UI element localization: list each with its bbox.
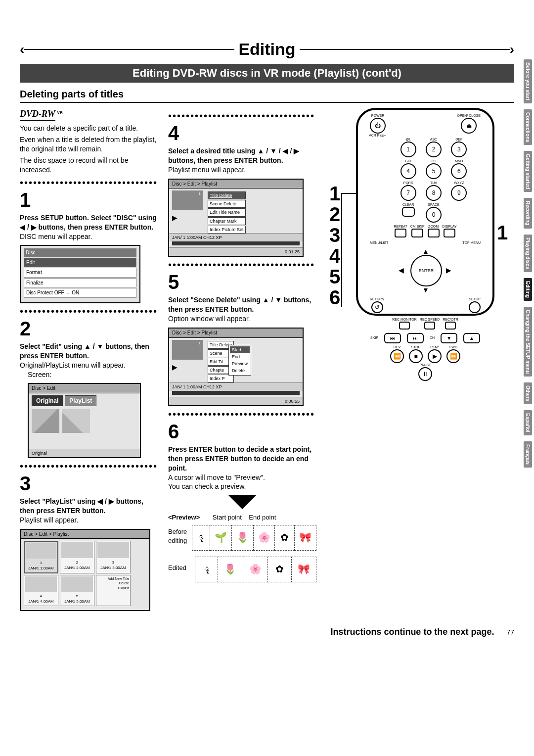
- down-arrow-icon[interactable]: ▼: [422, 285, 429, 295]
- side-tab-recording[interactable]: Recording: [524, 198, 532, 228]
- intro-p3: The disc space to record will not be inc…: [20, 156, 158, 175]
- rec-otr-button[interactable]: [445, 322, 456, 330]
- opt-index-p[interactable]: Index P: [208, 375, 234, 382]
- popup-end[interactable]: End: [230, 353, 250, 360]
- popup-preview[interactable]: Preview: [230, 360, 250, 367]
- opt-scene-delete[interactable]: Scene Delete: [208, 200, 246, 208]
- side-tab-getting-started[interactable]: Getting started: [524, 151, 532, 192]
- scene-delete-title: Disc > Edit > Playlist: [169, 329, 303, 338]
- opt-edit-title-name[interactable]: Edit Title Name: [208, 208, 246, 216]
- side-tab-others[interactable]: Others: [524, 382, 532, 404]
- thumb-addnew[interactable]: Add New Title Delete Playlist: [96, 575, 131, 606]
- popup-delete[interactable]: Delete: [230, 367, 250, 374]
- pause-button[interactable]: ⏸: [418, 367, 432, 381]
- enter-button[interactable]: ENTER: [410, 255, 442, 286]
- left-column: DVD-RW VR You can delete a specific part…: [20, 108, 158, 615]
- return-button[interactable]: ↺: [371, 301, 383, 313]
- footer: Instructions continue to the next page. …: [20, 627, 514, 637]
- scene-delete-screenshot: Disc > Edit > Playlist 1 ▶ Title Delete …: [168, 328, 304, 406]
- thumb-4[interactable]: 4JAN/1 4:00AM: [24, 575, 58, 606]
- key-2[interactable]: 2: [426, 142, 442, 157]
- separator: •••••••••••••••••••••••••••••••••: [168, 113, 316, 119]
- display-button[interactable]: [444, 229, 455, 237]
- opt-index-picture[interactable]: Index Picture Set: [208, 226, 246, 234]
- play-button[interactable]: ▶: [428, 349, 442, 363]
- side-tab-francais[interactable]: Français: [524, 441, 532, 468]
- opt-chapter-mark[interactable]: Chapter Mark: [208, 217, 246, 225]
- thumb-1[interactable]: 1JAN/1 1:00AM: [24, 541, 58, 573]
- intro-p2: Even when a title is deleted from the pl…: [20, 135, 158, 154]
- key-0[interactable]: 0: [426, 207, 442, 223]
- disc-menu-protect[interactable]: Disc Protect OFF → ON: [24, 288, 136, 298]
- disc-menu-finalize[interactable]: Finalize: [24, 278, 136, 288]
- rev-button[interactable]: ⏪: [390, 349, 404, 363]
- before-editing-label: Before editing: [168, 527, 188, 545]
- rec-speed-button[interactable]: [424, 322, 435, 330]
- side-tab-before-you-start[interactable]: Before you start: [524, 59, 532, 103]
- edited-row: ೃ 🌷 🌸 ✿ 🎀: [195, 557, 316, 582]
- ch-up-button[interactable]: ▲: [463, 333, 480, 344]
- dpad: ▲ ▼ ◀ ▶ ENTER: [391, 250, 460, 294]
- left-arrow-icon[interactable]: ◀: [399, 266, 404, 275]
- side-tab-espanol[interactable]: Español: [524, 410, 532, 435]
- key-1[interactable]: 1: [400, 142, 416, 157]
- edit-screen-title: Disc > Edit: [29, 384, 140, 393]
- start-point-label: Start point: [213, 514, 242, 521]
- dvd-rw-logo: DVD-RW: [20, 108, 55, 121]
- edit-menu-screenshot: Disc > Edit Original PlayList Original: [28, 383, 141, 458]
- key-4[interactable]: 4: [400, 163, 416, 179]
- step-6-number: 6: [168, 418, 316, 445]
- key-7[interactable]: 7: [400, 185, 416, 201]
- zoom-button[interactable]: [428, 229, 440, 237]
- step-2-sub: Screen:: [28, 370, 158, 379]
- step-1-text: DISC menu will appear.: [20, 232, 158, 241]
- key-3[interactable]: 3: [451, 142, 467, 157]
- cmskip-button[interactable]: [411, 229, 423, 237]
- open-close-button[interactable]: ⏏: [461, 118, 477, 134]
- opt-title-delete[interactable]: Title Delete: [208, 191, 246, 199]
- ch-down-button[interactable]: ▼: [441, 333, 457, 344]
- clear-button[interactable]: [402, 207, 415, 217]
- tab-original[interactable]: Original: [32, 395, 63, 406]
- tab-playlist[interactable]: PlayList: [65, 395, 96, 406]
- skip-prev-button[interactable]: ⏮: [384, 333, 401, 344]
- page: Before you start Connections Getting sta…: [20, 40, 514, 637]
- thumb-5[interactable]: 5JAN/1 5:00AM: [60, 575, 94, 606]
- step-2-bold: Select "Edit" using ▲ / ▼ buttons, then …: [20, 342, 158, 361]
- disc-menu-screenshot: Disc Edit Format Finalize Disc Protect O…: [20, 245, 140, 303]
- end-point-label: End point: [249, 514, 276, 521]
- key-5[interactable]: 5: [426, 163, 442, 179]
- edited-label: Edited: [168, 564, 191, 572]
- step-6-text-2: You can check a preview.: [168, 482, 316, 491]
- thumb-2[interactable]: 2JAN/1 2:00AM: [60, 541, 94, 573]
- disc-menu-format[interactable]: Format: [24, 268, 136, 278]
- side-tab-connections[interactable]: Connections: [524, 109, 532, 145]
- title-row: ‹ Editing ›: [20, 40, 514, 59]
- disc-menu-edit[interactable]: Edit: [24, 258, 136, 268]
- setup-button[interactable]: [469, 301, 481, 313]
- mid-column: ••••••••••••••••••••••••••••••••• 4 Sele…: [168, 108, 316, 615]
- option-popup: Start End Preview Delete: [228, 345, 251, 376]
- key-6[interactable]: 6: [451, 163, 467, 179]
- side-tab-editing[interactable]: Editing: [524, 278, 532, 301]
- rec-monitor-button[interactable]: [399, 322, 410, 330]
- step-5-text: Option window will appear.: [168, 314, 316, 324]
- thumb-icon: 1: [172, 190, 203, 210]
- right-arrow-icon[interactable]: ▶: [446, 266, 451, 275]
- edit-screen-status: Original: [32, 450, 47, 456]
- power-button[interactable]: ⏻: [370, 118, 386, 134]
- side-tab-playing-discs[interactable]: Playing discs: [524, 235, 532, 272]
- stop-button[interactable]: ■: [409, 349, 423, 363]
- repeat-button[interactable]: [395, 229, 406, 237]
- separator: •••••••••••••••••••••••••••••••••: [168, 411, 316, 417]
- number-pad: @!.1 ABC2 DEF3 GHI4 JKL5 MNO6 PQRS7 TUV8…: [397, 138, 471, 223]
- key-9[interactable]: 9: [451, 185, 467, 201]
- fwd-button[interactable]: ⏩: [446, 349, 460, 363]
- side-tab-setup-menu[interactable]: Changing the SETUP menu: [524, 307, 532, 377]
- skip-next-button[interactable]: ⏭: [407, 333, 424, 344]
- before-editing-row: ೃ 🌱 🌷 🌸 ✿ 🎀: [192, 525, 316, 551]
- key-8[interactable]: 8: [426, 185, 442, 201]
- thumb-3[interactable]: 3JAN/1 3:00AM: [96, 541, 131, 573]
- preview-heading: <Preview>: [168, 514, 200, 521]
- popup-start[interactable]: Start: [230, 346, 250, 353]
